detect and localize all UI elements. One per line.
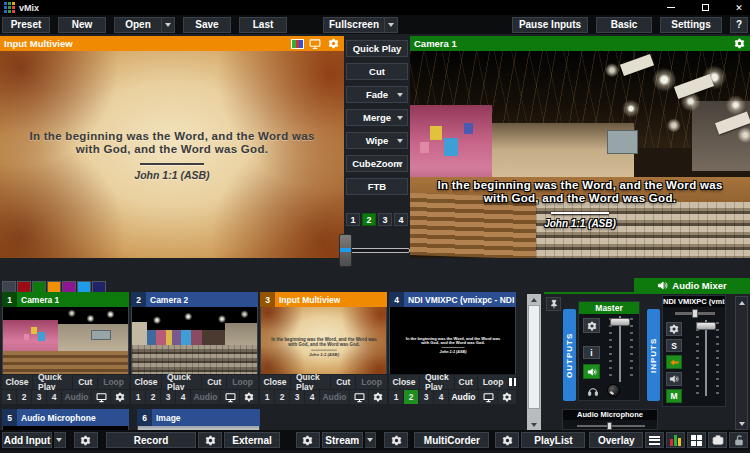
input3-thumbnail[interactable]: In the beginning was the Word, and the W… bbox=[260, 307, 387, 374]
last-button[interactable]: Last bbox=[239, 17, 287, 33]
stream-button[interactable]: Stream bbox=[322, 432, 363, 448]
ndi-gear-icon[interactable] bbox=[666, 322, 682, 336]
fullscreen-dropdown-button[interactable] bbox=[385, 17, 398, 33]
basic-button[interactable]: Basic bbox=[596, 17, 652, 33]
quick-play-button[interactable]: Quick Play bbox=[346, 40, 408, 57]
master-info-button[interactable]: i bbox=[583, 346, 600, 359]
overlay-2-button[interactable]: 2 bbox=[17, 390, 31, 404]
minimize-button[interactable] bbox=[664, 2, 678, 14]
input-tile-5[interactable]: 5 Audio Microphone bbox=[2, 409, 129, 430]
close-button[interactable]: Close bbox=[131, 375, 161, 389]
input-tile-6[interactable]: 6 Image bbox=[137, 409, 260, 430]
external-button[interactable]: External bbox=[224, 432, 279, 448]
cubezoom-button[interactable]: CubeZoom bbox=[346, 155, 408, 172]
fullscreen-monitor-icon[interactable] bbox=[221, 390, 239, 404]
close-button[interactable]: ✕ bbox=[732, 2, 746, 14]
colorbars-icon[interactable] bbox=[290, 38, 304, 50]
fade-button[interactable]: Fade bbox=[346, 86, 408, 103]
cut-button[interactable]: Cut bbox=[346, 63, 408, 80]
ndi-solo-button[interactable]: S bbox=[666, 339, 682, 352]
audio-button[interactable]: Audio bbox=[449, 390, 478, 404]
overlay-3-button[interactable]: 3 bbox=[378, 213, 392, 226]
scrollbar-thumb[interactable] bbox=[528, 305, 540, 409]
record-button[interactable]: Record bbox=[106, 432, 197, 448]
headphone-volume-knob[interactable] bbox=[607, 384, 620, 397]
cut-button[interactable]: Cut bbox=[202, 375, 226, 389]
overlay-1-button[interactable]: 1 bbox=[131, 390, 145, 404]
mic-channel-collapsed[interactable]: Audio Microphone bbox=[562, 409, 658, 430]
fullscreen-monitor-icon[interactable] bbox=[350, 390, 368, 404]
open-dropdown-button[interactable] bbox=[162, 17, 175, 33]
program-gear-icon[interactable] bbox=[732, 38, 746, 50]
balance-thumb[interactable] bbox=[692, 309, 698, 318]
overlay-2-button-active[interactable]: 2 bbox=[404, 390, 418, 404]
overlay-3-button[interactable]: 3 bbox=[161, 390, 175, 404]
external-gear-icon[interactable] bbox=[296, 432, 320, 448]
help-button[interactable]: ? bbox=[730, 17, 748, 33]
overlay-1-button[interactable]: 1 bbox=[260, 390, 274, 404]
overlay-1-button[interactable]: 1 bbox=[2, 390, 16, 404]
wipe-button[interactable]: Wipe bbox=[346, 132, 408, 149]
overlay-4-button[interactable]: 4 bbox=[305, 390, 319, 404]
overlay-button[interactable]: Overlay bbox=[589, 432, 643, 448]
fullscreen-monitor-icon[interactable] bbox=[92, 390, 110, 404]
close-button[interactable]: Close bbox=[260, 375, 290, 389]
preset-button[interactable]: Preset bbox=[2, 17, 50, 33]
overlay-4-button[interactable]: 4 bbox=[176, 390, 190, 404]
audio-button[interactable]: Audio bbox=[62, 390, 91, 404]
input-tile-3[interactable]: 3 Input Multiview In the beginning was t… bbox=[260, 292, 387, 404]
audio-meters-button[interactable] bbox=[666, 432, 685, 448]
overlay-3-button[interactable]: 3 bbox=[32, 390, 46, 404]
master-gear-icon[interactable] bbox=[583, 318, 600, 333]
quick-play-button[interactable]: Quick Play bbox=[291, 375, 330, 389]
snapshot-button[interactable] bbox=[708, 432, 727, 448]
multicorder-button[interactable]: MultiCorder bbox=[414, 432, 489, 448]
new-button[interactable]: New bbox=[58, 17, 106, 33]
multicorder-gear-icon[interactable] bbox=[495, 432, 519, 448]
input2-header[interactable]: 2 Camera 2 bbox=[131, 292, 258, 307]
input4-header[interactable]: 4 NDI VMIXPC (vmixpc - NDI 2) bbox=[389, 292, 516, 307]
maximize-button[interactable] bbox=[698, 2, 712, 14]
headphones-icon[interactable] bbox=[587, 385, 599, 397]
ftb-button[interactable]: FTB bbox=[346, 178, 408, 195]
quick-play-button[interactable]: Quick Play bbox=[33, 375, 72, 389]
add-input-button[interactable]: Add Input bbox=[2, 432, 52, 448]
input-tile-2[interactable]: 2 Camera 2 Close Quick Play Cut Loop 1 2… bbox=[131, 292, 258, 404]
menu-button[interactable] bbox=[645, 432, 664, 448]
audio-button[interactable]: Audio bbox=[191, 390, 220, 404]
pause-inputs-button[interactable]: Pause Inputs bbox=[512, 17, 588, 33]
add-input-dropdown-button[interactable] bbox=[54, 432, 66, 448]
cut-button[interactable]: Cut bbox=[73, 375, 97, 389]
inputs-bus-strip[interactable]: INPUTS bbox=[647, 309, 660, 401]
loop-button[interactable]: Loop bbox=[227, 375, 258, 389]
open-button[interactable]: Open bbox=[114, 17, 162, 33]
input2-thumbnail[interactable] bbox=[131, 307, 258, 374]
audio-mixer-button[interactable]: Audio Mixer bbox=[634, 278, 750, 292]
input6-header[interactable]: 6 Image bbox=[137, 409, 260, 426]
playlist-button[interactable]: PlayList bbox=[521, 432, 585, 448]
ndi-speaker-button[interactable] bbox=[666, 372, 682, 386]
scroll-down-button[interactable] bbox=[736, 418, 747, 429]
overlay-2-button[interactable]: 2 bbox=[275, 390, 289, 404]
gear-icon[interactable] bbox=[111, 390, 129, 404]
gear-icon[interactable] bbox=[498, 390, 516, 404]
mic-slider-thumb[interactable] bbox=[607, 422, 612, 430]
quick-play-button[interactable]: Quick Play bbox=[420, 375, 454, 389]
outputs-bus-strip[interactable]: OUTPUTS bbox=[563, 309, 576, 401]
scroll-up-button[interactable] bbox=[736, 297, 747, 308]
add-input-gear-icon[interactable] bbox=[74, 432, 98, 448]
monitor-icon[interactable] bbox=[308, 38, 322, 50]
ndi-bus-send-button[interactable] bbox=[666, 355, 682, 369]
cut-button[interactable]: Cut bbox=[455, 375, 477, 389]
input5-header[interactable]: 5 Audio Microphone bbox=[2, 409, 129, 426]
tbar-track[interactable] bbox=[346, 248, 410, 253]
mixer-scrollbar[interactable] bbox=[735, 296, 748, 430]
gear-icon[interactable] bbox=[369, 390, 387, 404]
scroll-down-button[interactable] bbox=[527, 419, 541, 430]
ndi-fader-handle[interactable] bbox=[696, 322, 716, 330]
overlay-2-button[interactable]: 2 bbox=[362, 213, 376, 226]
fullscreen-monitor-icon[interactable] bbox=[479, 390, 497, 404]
input1-thumbnail[interactable] bbox=[2, 307, 129, 374]
overlay-1-button[interactable]: 1 bbox=[389, 390, 403, 404]
close-button[interactable]: Close bbox=[389, 375, 419, 389]
